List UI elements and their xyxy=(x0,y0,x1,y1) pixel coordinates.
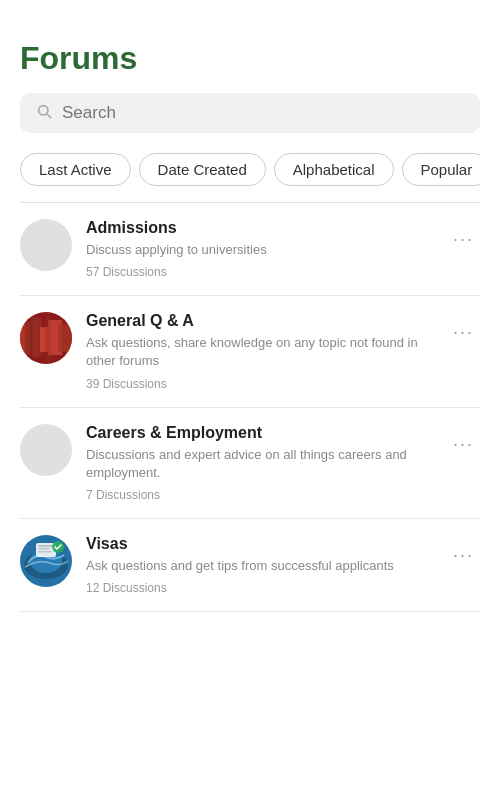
forum-item-visas[interactable]: Visas Ask questions and get tips from su… xyxy=(20,519,480,612)
avatar-general-qa xyxy=(20,312,72,364)
forum-title-visas: Visas xyxy=(86,535,440,553)
forum-title-general-qa: General Q & A xyxy=(86,312,440,330)
search-input[interactable] xyxy=(62,103,464,123)
filter-tab-alphabetical[interactable]: Alphabetical xyxy=(274,153,394,186)
filter-tab-date-created[interactable]: Date Created xyxy=(139,153,266,186)
filter-tab-popular[interactable]: Popular xyxy=(402,153,481,186)
svg-rect-7 xyxy=(58,324,72,352)
forum-count-general-qa: 39 Discussions xyxy=(86,377,440,391)
svg-rect-14 xyxy=(38,545,54,547)
forum-count-careers: 7 Discussions xyxy=(86,488,440,502)
forum-list: Admissions Discuss applying to universit… xyxy=(20,203,480,612)
svg-line-1 xyxy=(47,114,51,118)
forum-title-careers: Careers & Employment xyxy=(86,424,440,442)
svg-rect-15 xyxy=(38,548,50,550)
svg-rect-9 xyxy=(45,312,51,364)
more-menu-careers[interactable]: ··· xyxy=(447,430,480,459)
forum-item-careers[interactable]: Careers & Employment Discussions and exp… xyxy=(20,408,480,519)
forum-content-visas: Visas Ask questions and get tips from su… xyxy=(86,535,480,595)
filter-tabs: Last Active Date Created Alphabetical Po… xyxy=(20,153,480,198)
more-menu-general-qa[interactable]: ··· xyxy=(447,318,480,347)
page-title: Forums xyxy=(20,40,480,77)
avatar-visas xyxy=(20,535,72,587)
forum-count-admissions: 57 Discussions xyxy=(86,265,440,279)
forum-desc-general-qa: Ask questions, share knowledge on any to… xyxy=(86,334,440,370)
forum-content-careers: Careers & Employment Discussions and exp… xyxy=(86,424,480,502)
avatar-careers xyxy=(20,424,72,476)
forum-desc-careers: Discussions and expert advice on all thi… xyxy=(86,446,440,482)
more-menu-admissions[interactable]: ··· xyxy=(447,225,480,254)
svg-rect-8 xyxy=(25,312,33,364)
filter-tab-last-active[interactable]: Last Active xyxy=(20,153,131,186)
search-icon xyxy=(36,103,52,123)
avatar-admissions xyxy=(20,219,72,271)
more-menu-visas[interactable]: ··· xyxy=(447,541,480,570)
forum-title-admissions: Admissions xyxy=(86,219,440,237)
forum-item-general-qa[interactable]: General Q & A Ask questions, share knowl… xyxy=(20,296,480,407)
forum-content-admissions: Admissions Discuss applying to universit… xyxy=(86,219,480,279)
search-bar[interactable] xyxy=(20,93,480,133)
forum-desc-admissions: Discuss applying to universities xyxy=(86,241,440,259)
svg-rect-16 xyxy=(38,551,52,553)
forum-item-admissions[interactable]: Admissions Discuss applying to universit… xyxy=(20,203,480,296)
page-container: Forums Last Active Date Created Alphabet… xyxy=(0,0,500,632)
forum-content-general-qa: General Q & A Ask questions, share knowl… xyxy=(86,312,480,390)
forum-desc-visas: Ask questions and get tips from successf… xyxy=(86,557,440,575)
forum-count-visas: 12 Discussions xyxy=(86,581,440,595)
